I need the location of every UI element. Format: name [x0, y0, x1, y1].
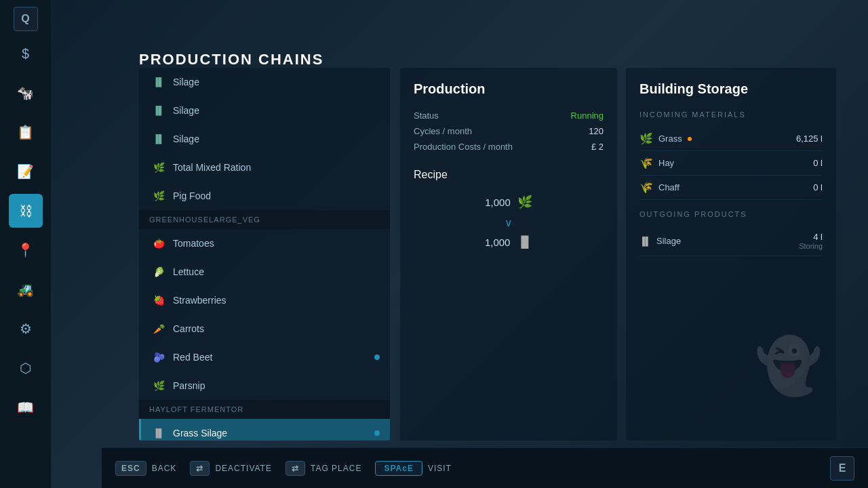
- sidebar-icon-animals[interactable]: 🐄: [9, 76, 43, 110]
- bottom-bar: ESC BACK ⇄ DEACTIVATE ⇄ TAG PLACE SPAcE …: [102, 447, 868, 488]
- cycles-row: Cycles / month 120: [414, 126, 604, 136]
- hay-amount: 0 l: [813, 158, 823, 168]
- sidebar-icon-dollar[interactable]: $: [9, 37, 43, 70]
- carrot-icon: 🥕: [151, 321, 166, 336]
- section-header-greenhouse: GREENHOUSELARGE_VEG: [139, 210, 390, 229]
- sidebar-icon-nodes[interactable]: ⬡: [9, 351, 43, 385]
- storage-item-grass: 🌿 Grass 6,125 l: [639, 127, 823, 151]
- back-button[interactable]: ESC BACK: [115, 461, 176, 476]
- production-panel: Production Status Running Cycles / month…: [400, 68, 617, 441]
- chaff-amount: 0 l: [813, 182, 823, 192]
- sidebar-icon-tasks[interactable]: 📋: [9, 115, 43, 149]
- tag-place-button[interactable]: ⇄ TAG PLACE: [285, 461, 361, 476]
- status-label: Status: [414, 110, 439, 121]
- list-item-carrots[interactable]: 🥕 Carrots: [139, 314, 390, 343]
- esc-key-badge: ESC: [115, 461, 146, 476]
- list-item-lettuce[interactable]: 🥬 Lettuce: [139, 258, 390, 286]
- list-item-pig-food[interactable]: 🌿 Pig Food: [139, 182, 390, 210]
- sidebar-icon-book[interactable]: 📖: [9, 390, 43, 424]
- status-row: Status Running: [414, 110, 604, 121]
- storage-item-silage: ▐▌ Silage 4 l Storing: [639, 226, 823, 256]
- visit-button[interactable]: SPAcE VISIT: [375, 461, 451, 476]
- costs-value: £ 2: [591, 142, 604, 152]
- tomato-icon: 🍅: [151, 236, 166, 251]
- active-dot: [374, 430, 380, 436]
- grass-icon: 🌿: [639, 132, 653, 145]
- deactivate-label: DEACTIVATE: [215, 464, 272, 473]
- grass-amount: 6,125 l: [796, 134, 823, 144]
- hay-label: Hay: [658, 158, 674, 168]
- item-label: Lettuce: [173, 266, 204, 277]
- list-item-strawberries[interactable]: 🍓 Strawberries: [139, 286, 390, 314]
- redbeet-icon: 🫐: [151, 350, 166, 365]
- item-label: Total Mixed Ration: [173, 162, 251, 173]
- recipe-arrow: ∨: [414, 216, 604, 229]
- hay-icon: 🌾: [639, 157, 653, 169]
- silage-icon: ▐▌: [151, 103, 166, 118]
- chaff-label: Chaff: [658, 182, 679, 192]
- grass-silage-icon: ▐▌: [151, 426, 166, 441]
- list-item-tomatoes[interactable]: 🍅 Tomatoes: [139, 229, 390, 258]
- recipe-title: Recipe: [414, 169, 604, 181]
- outgoing-section: OUTGOING PRODUCTS ▐▌ Silage 4 l Storing: [639, 210, 823, 256]
- list-item-red-beet[interactable]: 🫐 Red Beet: [139, 343, 390, 371]
- recipe-output-amount: 1,000: [485, 237, 511, 248]
- e-key-container: E: [830, 456, 854, 481]
- chains-list[interactable]: ▐▌ Silage ▐▌ Silage ▐▌ Silage 🌿 Total Mi…: [139, 68, 390, 441]
- lettuce-icon: 🥬: [151, 264, 166, 279]
- sidebar-icon-tractor[interactable]: 🚜: [9, 272, 43, 306]
- q-key-icon[interactable]: Q: [14, 7, 38, 31]
- silage-amount-block: 4 l Storing: [799, 232, 823, 250]
- incoming-materials-label: INCOMING MATERIALS: [639, 110, 823, 119]
- list-item[interactable]: ▐▌ Silage: [139, 96, 390, 125]
- strawberry-icon: 🍓: [151, 293, 166, 308]
- visit-label: VISIT: [428, 464, 452, 473]
- status-value: Running: [571, 110, 604, 121]
- sidebar-icon-settings[interactable]: ⚙: [9, 312, 43, 346]
- item-label: Silage: [173, 134, 199, 144]
- tag-key-badge: ⇄: [285, 461, 305, 476]
- sidebar-icon-notes[interactable]: 📝: [9, 155, 43, 188]
- silage-out-icon: ▐▌: [639, 237, 651, 246]
- pigfood-icon: 🌿: [151, 188, 166, 203]
- list-item-total-mixed-ration[interactable]: 🌿 Total Mixed Ration: [139, 153, 390, 182]
- page-title: PRODUCTION CHAINS: [139, 51, 323, 68]
- storage-item-chaff: 🌾 Chaff 0 l: [639, 176, 823, 200]
- item-label: Silage: [173, 105, 199, 116]
- storage-title: Building Storage: [639, 81, 823, 97]
- sidebar-icon-chains[interactable]: ⛓: [9, 194, 43, 228]
- list-item[interactable]: ▐▌ Silage: [139, 68, 390, 96]
- list-item-grass-silage[interactable]: ▐▌ Grass Silage: [139, 419, 390, 441]
- back-label: BACK: [152, 464, 177, 473]
- item-label: Carrots: [173, 323, 204, 334]
- recipe-section: Recipe 1,000 🌿 ∨ 1,000 ▐▌: [414, 169, 604, 248]
- silage-name: ▐▌ Silage: [639, 236, 799, 246]
- chains-panel: ▐▌ Silage ▐▌ Silage ▐▌ Silage 🌿 Total Mi…: [139, 68, 390, 441]
- list-item[interactable]: ▐▌ Silage: [139, 125, 390, 153]
- deactivate-key-badge: ⇄: [190, 461, 210, 476]
- deactivate-button[interactable]: ⇄ DEACTIVATE: [190, 461, 272, 476]
- parsnip-icon: 🌿: [151, 378, 166, 393]
- e-key-icon[interactable]: E: [830, 456, 854, 481]
- list-item-parsnip[interactable]: 🌿 Parsnip: [139, 371, 390, 400]
- silage-status: Storing: [799, 242, 823, 250]
- costs-label: Production Costs / month: [414, 142, 513, 152]
- sidebar-icon-map[interactable]: 📍: [9, 233, 43, 267]
- grass-name: 🌿 Grass: [639, 132, 796, 145]
- hay-name: 🌾 Hay: [639, 157, 813, 169]
- grass-status-dot: [688, 137, 692, 141]
- recipe-output-row: 1,000 ▐▌: [414, 236, 604, 248]
- item-label: Grass Silage: [173, 428, 227, 439]
- grass-label: Grass: [658, 134, 682, 144]
- chaff-icon: 🌾: [639, 181, 653, 194]
- item-label: Red Beet: [173, 352, 212, 363]
- costs-row: Production Costs / month £ 2: [414, 142, 604, 152]
- silage-icon: ▐▌: [151, 75, 166, 89]
- item-label: Tomatoes: [173, 238, 214, 249]
- silage-label: Silage: [656, 236, 681, 246]
- item-label: Strawberries: [173, 295, 226, 306]
- tag-label: TAG PLACE: [311, 464, 361, 473]
- recipe-input-icon: 🌿: [517, 195, 532, 209]
- cycles-value: 120: [589, 126, 604, 136]
- silage-icon: ▐▌: [151, 131, 166, 146]
